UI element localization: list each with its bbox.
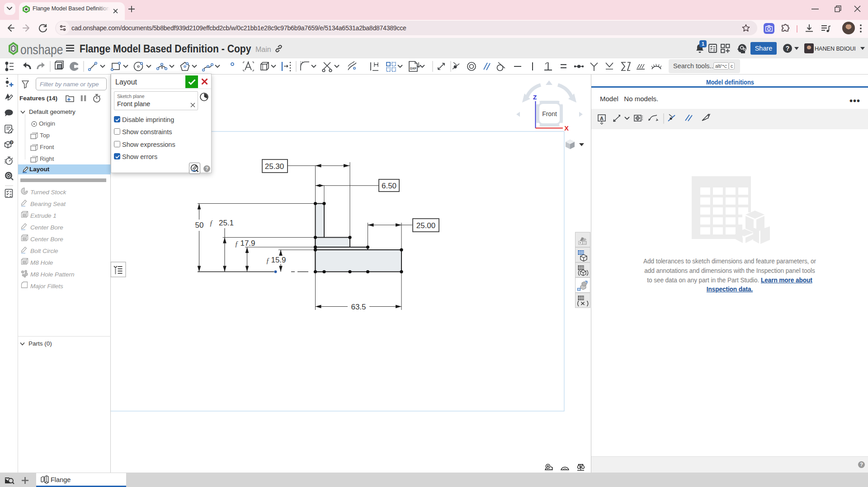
- svg-text:?: ?: [786, 45, 790, 52]
- svg-text:DXF: DXF: [410, 67, 417, 70]
- svg-text:?: ?: [10, 140, 13, 145]
- svg-text:25.30: 25.30: [265, 162, 284, 171]
- svg-text:63.5: 63.5: [351, 303, 366, 311]
- svg-text:A: A: [600, 116, 604, 121]
- svg-text:6.50: 6.50: [382, 182, 396, 190]
- svg-text:15.9: 15.9: [271, 256, 286, 264]
- svg-text:50: 50: [195, 221, 204, 229]
- svg-text:Front: Front: [542, 110, 557, 117]
- svg-text:25.1: 25.1: [219, 219, 234, 227]
- svg-text:X: X: [564, 125, 569, 132]
- svg-text:ƒ: ƒ: [209, 219, 213, 227]
- svg-text:ƒ: ƒ: [235, 239, 239, 248]
- svg-text:25.00: 25.00: [416, 221, 436, 230]
- svg-text:Z: Z: [533, 94, 537, 101]
- svg-text:ƒ: ƒ: [266, 256, 270, 265]
- svg-text:17.9: 17.9: [240, 239, 255, 248]
